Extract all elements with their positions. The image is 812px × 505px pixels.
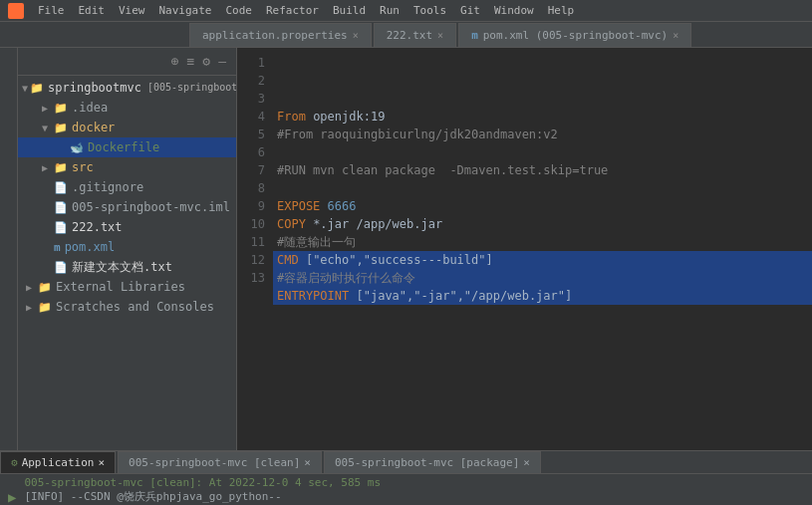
menu-tools[interactable]: Tools: [407, 3, 452, 18]
tree-arrow-10: ▶: [26, 282, 36, 293]
code-part: ["echo","success---build"]: [306, 251, 493, 269]
code-part: ENTRYPOINT: [277, 287, 356, 305]
menu-run[interactable]: Run: [374, 3, 406, 18]
tab-label-2: pom.xml (005-springboot-mvc): [483, 29, 668, 42]
menu-build[interactable]: Build: [327, 3, 372, 18]
code-line-4: #RUN mvn clean package -Dmaven.test.skip…: [273, 161, 812, 179]
code-line-13: [273, 323, 812, 341]
tree-item-10[interactable]: ▶📁External Libraries: [18, 277, 236, 297]
tree-icon-11: 📁: [38, 301, 52, 314]
tree-label-2: docker: [72, 121, 115, 134]
tree-item-2[interactable]: ▼📁docker: [18, 118, 236, 137]
code-part: COPY: [277, 215, 313, 233]
code-line-10: #容器启动时执行什么命令: [273, 269, 812, 287]
tab-close-2[interactable]: ×: [673, 30, 678, 41]
run-panel: ⚙Application×005-springboot-mvc [clean]×…: [0, 450, 812, 505]
line-num-11: 11: [237, 233, 265, 251]
tree-icon-0: 📁: [30, 82, 44, 95]
tab-label-0: application.properties: [202, 29, 348, 42]
tree-label-5: .gitignore: [72, 180, 143, 194]
run-play-button[interactable]: ▶: [8, 489, 16, 505]
line-num-1: 1: [237, 54, 265, 72]
run-tab-close-1[interactable]: ×: [304, 456, 311, 469]
tab-close-1[interactable]: ×: [437, 30, 443, 41]
tree-icon-1: 📁: [54, 102, 68, 115]
code-part: #From raoquingbicurlng/jdk20andmaven:v2: [277, 126, 558, 143]
editor-tab-1[interactable]: 222.txt×: [374, 23, 456, 47]
line-numbers: 12345678910111213: [237, 52, 273, 446]
tree-icon-3: 🐋: [70, 141, 84, 154]
tree-icon-7: 📄: [54, 221, 68, 234]
collapse-icon[interactable]: ≡: [185, 54, 197, 69]
side-tab-project[interactable]: [7, 52, 11, 68]
code-part: 6666: [328, 197, 357, 215]
tree-item-9[interactable]: 📄新建文本文档.txt: [18, 257, 236, 277]
menu-help[interactable]: Help: [542, 3, 581, 18]
tree-item-6[interactable]: 📄005-springboot-mvc.iml: [18, 197, 236, 217]
run-log-line-1: [INFO] --CSDN @饶庆兵phpjava_go_python--: [24, 489, 804, 504]
code-part: EXPOSE: [277, 197, 328, 215]
tree-item-11[interactable]: ▶📁Scratches and Consoles: [18, 297, 236, 317]
code-part: CMD: [277, 251, 306, 269]
menu-window[interactable]: Window: [488, 3, 540, 18]
tree-arrow-1: ▶: [42, 103, 52, 114]
run-tab-0[interactable]: ⚙Application×: [0, 451, 116, 473]
code-part: *.jar /app/web.jar: [313, 215, 442, 233]
code-part: openjdk:19: [313, 108, 385, 126]
tree-item-8[interactable]: mpom.xml: [18, 237, 236, 257]
line-num-13: 13: [237, 269, 265, 287]
tree-item-4[interactable]: ▶📁src: [18, 157, 236, 177]
code-part: #随意输出一句: [277, 233, 356, 251]
tree-icon-8: m: [54, 241, 61, 254]
tree-item-0[interactable]: ▼📁springbootmvc[005-springboot-mvc] D:\新…: [18, 78, 236, 98]
run-tab-close-0[interactable]: ×: [98, 456, 105, 469]
line-num-6: 6: [237, 143, 265, 161]
add-icon[interactable]: ⊕: [169, 54, 181, 69]
titlebar: FileEditViewNavigateCodeRefactorBuildRun…: [0, 0, 812, 22]
menu-edit[interactable]: Edit: [73, 3, 112, 18]
tree-icon-4: 📁: [54, 161, 68, 174]
tree-item-7[interactable]: 📄222.txt: [18, 217, 236, 237]
tree-icon-5: 📄: [54, 181, 68, 194]
app-logo: [8, 3, 24, 19]
tree-item-3[interactable]: 🐋Dockerfile: [18, 137, 236, 157]
menu-file[interactable]: File: [32, 3, 71, 18]
menu-view[interactable]: View: [113, 3, 151, 18]
code-line-2: #From raoquingbicurlng/jdk20andmaven:v2: [273, 126, 812, 143]
line-num-8: 8: [237, 179, 265, 197]
run-tab-1[interactable]: 005-springboot-mvc [clean]×: [118, 451, 322, 473]
menu-bar: FileEditViewNavigateCodeRefactorBuildRun…: [32, 3, 804, 18]
project-panel: ⊕ ≡ ⚙ – ▼📁springbootmvc[005-springboot-m…: [18, 48, 237, 450]
code-line-6: EXPOSE 6666: [273, 197, 812, 215]
menu-git[interactable]: Git: [454, 3, 486, 18]
line-num-2: 2: [237, 72, 265, 90]
editor-tab-2[interactable]: mpom.xml (005-springboot-mvc)×: [458, 23, 691, 47]
run-tab-2[interactable]: 005-springboot-mvc [package]×: [324, 451, 541, 473]
menu-refactor[interactable]: Refactor: [260, 3, 325, 18]
menu-code[interactable]: Code: [219, 3, 258, 18]
tab-close-0[interactable]: ×: [353, 30, 359, 41]
tree-label-8: pom.xml: [65, 240, 116, 254]
editor-tab-0[interactable]: application.properties×: [189, 23, 372, 47]
code-content[interactable]: From openjdk:19#From raoquingbicurlng/jd…: [273, 52, 812, 446]
settings-icon-project[interactable]: ⚙: [200, 54, 212, 69]
tree-icon-2: 📁: [54, 122, 68, 134]
code-line-7: COPY *.jar /app/web.jar: [273, 215, 812, 233]
line-num-4: 4: [237, 108, 265, 126]
project-header: ⊕ ≡ ⚙ –: [18, 48, 236, 76]
line-num-7: 7: [237, 161, 265, 179]
code-part: #容器启动时执行什么命令: [277, 269, 415, 287]
close-panel-icon[interactable]: –: [216, 54, 228, 69]
menu-navigate[interactable]: Navigate: [153, 3, 218, 18]
main-layout: ⊕ ≡ ⚙ – ▼📁springbootmvc[005-springboot-m…: [0, 48, 812, 450]
run-tab-close-2[interactable]: ×: [523, 456, 530, 469]
tree-item-5[interactable]: 📄.gitignore: [18, 177, 236, 197]
code-line-12: [273, 305, 812, 323]
project-tree: ▼📁springbootmvc[005-springboot-mvc] D:\新…: [18, 76, 236, 450]
tree-arrow-2: ▼: [42, 123, 52, 133]
run-tabs: ⚙Application×005-springboot-mvc [clean]×…: [0, 451, 812, 474]
tree-item-1[interactable]: ▶📁.idea: [18, 98, 236, 118]
tree-label-0: springbootmvc: [48, 81, 141, 95]
tree-label-7: 222.txt: [72, 220, 123, 234]
code-line-9: CMD ["echo","success---build"]: [273, 251, 812, 269]
